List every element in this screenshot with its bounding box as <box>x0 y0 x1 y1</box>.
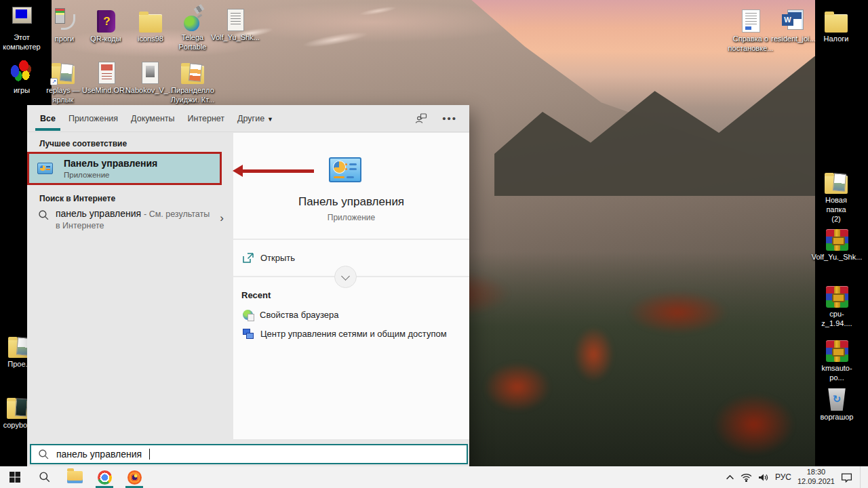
desktop-icon-label: игры <box>14 86 30 96</box>
search-window-header: Все Приложения Документы Интернет Другие… <box>27 105 469 132</box>
tab-documents[interactable]: Документы <box>130 114 175 123</box>
tab-more[interactable]: Другие▼ <box>237 114 274 123</box>
best-match-result[interactable]: Панель управления Приложение <box>27 152 222 185</box>
file-explorer-icon <box>67 471 83 483</box>
folder-photo-dark-icon <box>7 401 30 419</box>
open-label: Открыть <box>260 253 295 263</box>
annotation-arrow <box>243 169 314 173</box>
desktop-icon-igry[interactable]: игры <box>4 57 39 96</box>
volume-icon[interactable] <box>758 473 769 482</box>
desktop-icon-label: UseMind.OR... <box>82 86 131 96</box>
taskbar-search-button[interactable] <box>30 466 60 488</box>
desktop-icon-telega-portable[interactable]: Telega Portable <box>172 4 213 52</box>
search-icon <box>38 209 50 221</box>
tray-date: 12.09.2021 <box>797 477 835 487</box>
suggestion-annotation: - См. результаты <box>144 209 210 219</box>
desktop-icon-label: cpu-z_1.94.... <box>816 310 857 329</box>
file-explorer-button[interactable] <box>60 466 90 488</box>
recent-item[interactable]: Свойства браузера <box>233 306 469 323</box>
tab-label: Другие <box>237 114 264 123</box>
desktop-icon-nabokov[interactable]: Nabokov_V_... <box>127 57 172 96</box>
desktop-icon-icons98[interactable]: icons98 <box>130 5 171 44</box>
desktop-icon-label: Volf_Yu._Shk... <box>812 253 863 262</box>
result-title: Панель управления <box>64 158 157 169</box>
butterfly-icon <box>8 60 35 84</box>
search-input-value: панель управления <box>56 449 142 460</box>
firefox-button[interactable] <box>119 466 149 488</box>
computer-icon <box>9 7 34 31</box>
best-match-header: Лучшее соответствие <box>39 139 127 148</box>
windows-search-window: Все Приложения Документы Интернет Другие… <box>27 105 469 466</box>
network-icon <box>243 329 254 339</box>
windows-logo-icon <box>9 472 20 483</box>
desktop-icon-qr-codes[interactable]: QR-коды <box>84 5 127 44</box>
desktop-icon-cpuz-rar[interactable]: cpu-z_1.94.... <box>816 281 857 329</box>
desktop-icon-nalogi[interactable]: Налоги <box>816 5 856 44</box>
desktop-icon-label: Этот компьютер <box>3 33 41 52</box>
desktop-icon-label: воргашор <box>821 413 854 422</box>
text-caret <box>149 449 150 460</box>
tab-web[interactable]: Интернет <box>187 114 226 123</box>
winrar-archive-icon <box>826 286 848 308</box>
search-detail-pane: Панель управления Приложение Открыть Rec… <box>233 133 469 439</box>
word-icon <box>782 9 805 33</box>
recent-item[interactable]: Центр управления сетями и общим доступом <box>233 325 469 342</box>
show-desktop-button[interactable] <box>860 466 863 488</box>
result-subtitle: Приложение <box>64 171 157 179</box>
wifi-icon[interactable] <box>741 473 752 482</box>
detail-title: Панель управления <box>233 195 469 209</box>
start-button[interactable] <box>0 466 30 488</box>
tray-expand-icon[interactable] <box>726 474 734 481</box>
search-icon <box>38 449 50 460</box>
chrome-button[interactable] <box>90 466 119 488</box>
folder-icon <box>825 14 848 33</box>
desktop-icon-label: resident_joi... <box>771 35 815 44</box>
desktop-icon-usemind[interactable]: UseMind.OR... <box>84 57 129 96</box>
desktop-icon-progi[interactable]: проги <box>47 5 81 44</box>
device-icon <box>53 8 76 33</box>
desktop-icon-volf-rar[interactable]: Volf_Yu._Shk... <box>816 224 857 262</box>
feedback-user-icon[interactable] <box>415 113 427 124</box>
search-icon <box>39 471 51 483</box>
winrar-archive-icon <box>826 340 848 362</box>
recycle-bin-icon <box>827 388 847 411</box>
desktop-icon-label: Telega Portable <box>179 33 207 52</box>
tab-label: Интернет <box>188 114 225 123</box>
search-input[interactable]: панель управления <box>30 444 468 464</box>
action-center-icon[interactable] <box>841 472 852 483</box>
desktop-icon-spravka[interactable]: Справка о постановке... <box>731 5 770 54</box>
desktop-icon-vorgashor[interactable]: воргашор <box>816 384 857 422</box>
tab-apps[interactable]: Приложения <box>68 114 119 123</box>
desktop-icon-label: Налоги <box>824 35 849 44</box>
desktop-icon-volf-book[interactable]: Volf_Yu_Shk... <box>213 4 258 43</box>
book-purple-icon <box>97 10 115 33</box>
tab-label: Документы <box>131 114 174 123</box>
satellite-icon <box>180 5 205 31</box>
desktop-icon-kmsauto-rar[interactable]: kmsauto-po... <box>816 335 857 383</box>
tab-label: Все <box>40 114 56 123</box>
desktop-icon-this-pc[interactable]: Этот компьютер <box>3 4 41 52</box>
expand-details-button[interactable] <box>334 266 357 288</box>
desktop-icon-label: Пиранделло Луиджи. Кт... <box>171 86 214 105</box>
desktop-icon-pirandello[interactable]: Пиранделло Луиджи. Кт... <box>168 57 217 105</box>
chevron-down-icon <box>341 272 350 281</box>
more-options-icon[interactable]: ••• <box>442 115 457 122</box>
desktop-icon-label: kmsauto-po... <box>816 364 857 383</box>
shortcut-arrow-icon: ↗ <box>50 78 58 85</box>
language-indicator[interactable]: РУС <box>775 472 791 482</box>
desktop-icon-resident-doc[interactable]: resident_joi... <box>773 5 814 44</box>
tab-all[interactable]: Все <box>39 114 56 123</box>
detail-subtitle: Приложение <box>233 213 469 222</box>
folder-shortcut-icon: ↗ <box>52 66 75 84</box>
chrome-icon <box>98 470 112 485</box>
desktop-icon-replays[interactable]: ↗replays — ярлык <box>42 57 84 105</box>
web-search-suggestion[interactable]: панель управления - См. результаты в Инт… <box>27 206 233 237</box>
divider <box>233 239 469 240</box>
clock[interactable]: 18:30 12.09.2021 <box>797 468 835 487</box>
open-external-icon <box>243 253 254 263</box>
search-filter-tabs: Все Приложения Документы Интернет Другие… <box>39 105 274 132</box>
desktop-icon-novaya-papka[interactable]: Новая папка (2) <box>815 167 857 224</box>
folder-cards-icon <box>181 66 204 84</box>
desktop-icon-label: icons98 <box>138 35 163 44</box>
internet-properties-icon <box>243 310 253 320</box>
